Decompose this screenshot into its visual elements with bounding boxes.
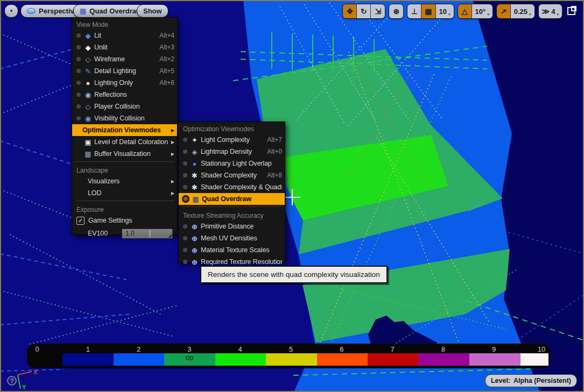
player-collision-icon: ◇: [83, 103, 93, 110]
legend-segment: [419, 353, 470, 366]
radio-icon: [183, 173, 187, 177]
radio-icon: [76, 57, 81, 61]
menu-item-reflections[interactable]: ◉ Reflections: [72, 89, 177, 101]
legend-tick: 2: [132, 345, 145, 353]
ev100-spinbox[interactable]: 1.0 ◢: [122, 229, 173, 239]
radio-icon: [76, 104, 81, 109]
menu-item-shader-complexity[interactable]: ✱ Shader Complexity Alt+8: [179, 169, 285, 181]
menu-item-buffer-visualization[interactable]: ▦ Buffer Visualization ▶: [72, 148, 177, 160]
legend-tick: 8: [437, 345, 449, 353]
visibility-collision-icon: ◉: [83, 115, 93, 122]
menu-item-light-complexity[interactable]: ✦ Light Complexity Alt+7: [179, 134, 285, 146]
grid-snap-value-button[interactable]: 10 ▾: [436, 4, 454, 18]
game-settings-checkbox[interactable]: ✓: [76, 217, 85, 225]
radio-icon: [76, 92, 81, 97]
quad-overdraw-icon: ▦: [80, 8, 86, 15]
legend-tick: 5: [285, 345, 298, 353]
level-badge: Level: Alpha (Persistent): [485, 374, 577, 387]
scale-icon: ⇲: [375, 8, 381, 15]
axis-x-label: X: [33, 369, 38, 375]
menu-item-optimization-viewmodes[interactable]: Optimization Viewmodes ▶: [72, 124, 177, 136]
viewport-options-dropdown[interactable]: ▼: [4, 4, 18, 18]
caret-down-icon: ▼: [9, 9, 13, 13]
rotation-snap-icon: △: [462, 8, 468, 15]
spinbox-slider-handle[interactable]: [149, 230, 151, 237]
menu-item-visibility-collision[interactable]: ◉ Visibility Collision: [72, 112, 177, 124]
scale-snap-value-button[interactable]: 0.25 ▾: [511, 4, 534, 18]
rotation-snap-toggle-button[interactable]: △: [458, 4, 472, 18]
legend-segment: [368, 353, 419, 366]
coordinate-system-group: ⊛: [389, 4, 404, 19]
legend-tick: 7: [386, 345, 399, 353]
move-icon: ✥: [347, 8, 353, 15]
maximize-viewport-button[interactable]: [567, 6, 576, 15]
legend-segment: [114, 353, 165, 366]
texture-accuracy-icon: ⊕: [190, 259, 199, 266]
menu-separator: [75, 201, 174, 201]
radio-icon: [183, 224, 187, 229]
menu-item-stationary-light-overlap[interactable]: ● Stationary Light Overlap: [179, 158, 285, 169]
radio-icon: [183, 149, 187, 154]
rotate-icon: ↻: [361, 8, 367, 15]
scale-tool-button[interactable]: ⇲: [371, 4, 385, 18]
menu-separator: [75, 161, 174, 162]
check-icon: ✓: [78, 217, 83, 224]
rotate-tool-button[interactable]: ↻: [357, 4, 371, 18]
shader-complexity-icon: ✱: [190, 172, 199, 179]
menu-item-mesh-uv-densities[interactable]: ⊕ Mesh UV Densities: [179, 232, 285, 244]
ev100-value: 1.0: [122, 230, 135, 237]
radio-icon: [183, 236, 187, 240]
surface-snap-button[interactable]: ⊥: [407, 4, 421, 18]
menu-item-visualizers[interactable]: Visualizers ▶: [72, 175, 177, 187]
legend-segment: [215, 353, 266, 366]
menu-header: View Mode: [72, 18, 177, 30]
menu-item-wireframe[interactable]: ◇ Wireframe Alt+2: [72, 53, 177, 65]
axis-y-label: Y: [22, 384, 26, 390]
menu-item-shader-complexity-quads[interactable]: ✱ Shader Complexity & Quads: [179, 181, 285, 193]
perspective-label: Perspective: [39, 7, 78, 15]
menu-item-detail-lighting[interactable]: ✎ Detail Lighting Alt+5: [72, 65, 177, 77]
radio-icon: [76, 33, 81, 38]
menu-item-game-settings[interactable]: ✓ Game Settings: [72, 215, 177, 226]
tooltip-text: Renders the scene with quad complexity v…: [208, 270, 380, 279]
menu-item-lighting-only[interactable]: ● Lighting Only Alt+6: [72, 77, 177, 89]
menu-item-material-texture-scales[interactable]: ⊕ Material Texture Scales: [179, 244, 285, 256]
menu-item-unlit[interactable]: ◆ Unlit Alt+3: [72, 41, 177, 53]
menu-item-lod-coloration[interactable]: ▣ Level of Detail Coloration ▶: [72, 136, 177, 148]
transform-tools-group: ✥ ↻ ⇲: [342, 4, 385, 19]
resize-grip-icon: ◢: [168, 233, 172, 238]
menu-item-lod[interactable]: LOD ▶: [72, 187, 177, 199]
menu-item-quad-overdraw[interactable]: ▦ Quad Overdraw: [179, 193, 285, 205]
show-button[interactable]: Show: [137, 4, 168, 18]
caret-small-icon: ▾: [557, 12, 559, 17]
show-label: Show: [143, 7, 162, 15]
transform-toolbar: ✥ ↻ ⇲ ⊛ ⊥ ▦ 10 ▾ △ 10° ▾ ↗ 0.25 ▾ ≫ 4 ▾: [342, 4, 562, 19]
grid-snap-toggle-button[interactable]: ▦: [421, 4, 435, 18]
stationary-light-overlap-icon: ●: [190, 160, 199, 167]
legend-segment: [469, 353, 520, 366]
legend-tick: 1: [81, 345, 94, 353]
menu-item-player-collision[interactable]: ◇ Player Collision: [72, 101, 177, 112]
help-icon-glyph: ?: [10, 377, 14, 384]
submenu-chevron-icon: ▶: [168, 140, 174, 145]
submenu-chevron-icon: ▶: [168, 128, 174, 133]
scale-snap-toggle-button[interactable]: ↗: [497, 4, 511, 18]
lighting-only-icon: ●: [83, 80, 93, 87]
legend-segment: [520, 353, 548, 366]
legend-tick: 10: [535, 345, 548, 353]
radio-icon: [183, 161, 187, 166]
radio-icon: [76, 116, 81, 120]
level-badge-name: Alpha (Persistent): [513, 377, 571, 384]
radio-icon: [76, 81, 81, 85]
legend-tick: 4: [234, 345, 247, 353]
move-tool-button[interactable]: ✥: [343, 4, 357, 18]
camera-speed-button[interactable]: ≫ 4 ▾: [539, 4, 562, 18]
menu-item-lit[interactable]: ◆ Lit Alt+4: [72, 30, 177, 41]
menu-item-primitive-distance[interactable]: ⊕ Primitive Distance: [179, 220, 285, 232]
world-local-toggle-button[interactable]: ⊛: [389, 4, 403, 18]
texture-streaming-header: Texture Streaming Accuracy: [179, 209, 285, 220]
ev100-label: EV100: [75, 230, 108, 237]
rotation-snap-value-button[interactable]: 10° ▾: [472, 4, 492, 18]
menu-item-lightmap-density[interactable]: ◈ Lightmap Density Alt+0: [179, 146, 285, 158]
radio-selected-icon: [182, 195, 189, 203]
